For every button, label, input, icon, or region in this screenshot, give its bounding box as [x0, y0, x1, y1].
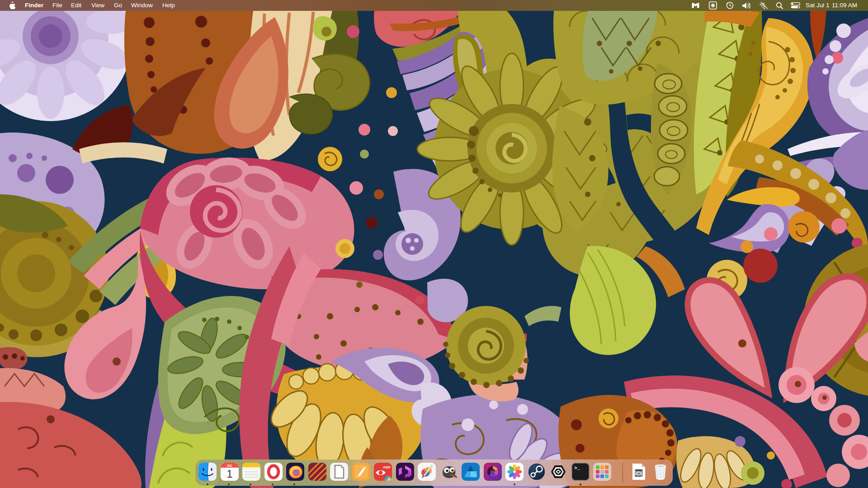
svg-text:>_: >_ [574, 465, 580, 471]
svg-text:1: 1 [226, 468, 232, 480]
svg-text:PDF: PDF [383, 465, 391, 469]
svg-text:C1: C1 [491, 470, 495, 474]
svg-text:JUL: JUL [226, 464, 232, 467]
